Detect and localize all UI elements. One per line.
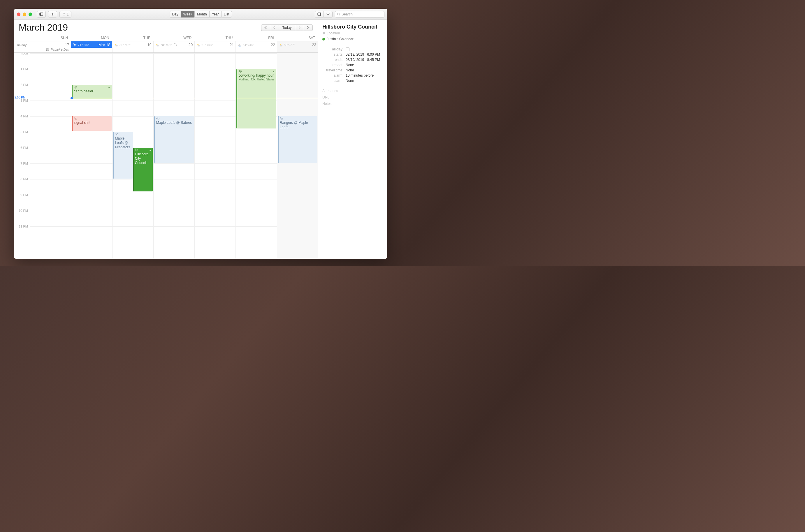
hour-label: noon: [21, 53, 28, 55]
hour-label: 8 PM: [20, 177, 28, 181]
event-hillsboro[interactable]: 6p▲ Hillsboro City Council: [133, 148, 153, 191]
event-inspector: Hillsboro City Council Location Justin's…: [318, 20, 387, 259]
view-list[interactable]: List: [221, 11, 232, 18]
hour-gutter: noon1 PM2 PM3 PM4 PM5 PM6 PM7 PM8 PM9 PM…: [14, 53, 30, 259]
inspector-title[interactable]: Hillsboro City Council: [322, 24, 383, 30]
hour-label: 2 PM: [20, 83, 28, 87]
hour-label: 9 PM: [20, 193, 28, 197]
day-col-sat[interactable]: 4p Rangers @ Maple Leafs: [277, 53, 318, 259]
week-grid[interactable]: 2:50 PM noon1 PM2 PM3 PM4 PM5 PM6 PM7 PM…: [14, 53, 318, 259]
inspector-menu-button[interactable]: [323, 11, 333, 18]
day-col-tue[interactable]: 5p Maple Leafs @ Predators 6p▲ Hillsboro…: [112, 53, 153, 259]
hour-label: 10 PM: [19, 209, 28, 212]
sidebar-icon: [39, 12, 43, 16]
calendar-header: March 2019 Today: [14, 20, 318, 33]
day-header: SAT: [277, 35, 318, 41]
calendar-color-dot: [322, 38, 325, 40]
day-header: THU: [194, 35, 236, 41]
url-field[interactable]: URL: [322, 95, 383, 99]
day-col-mon[interactable]: 2p▲ car to dealer 4p signal shift: [71, 53, 112, 259]
hour-label: 1 PM: [20, 67, 28, 71]
chevron-left-icon: [264, 26, 267, 30]
day-col-fri[interactable]: 1p▲ coworking/ happy hour Portland, OR, …: [236, 53, 277, 259]
chevron-left-small-icon: [273, 26, 276, 30]
repeat-value[interactable]: None: [346, 63, 383, 67]
calendar-main: March 2019 Today: [14, 20, 318, 259]
inspector-location[interactable]: Location: [322, 31, 383, 35]
inspector-toggle-seg: [315, 11, 333, 18]
travel-value[interactable]: None: [346, 68, 383, 72]
day-col-sun[interactable]: [30, 53, 71, 259]
calendar-window: 1 Day Week Month Year List Search: [14, 9, 387, 259]
window-controls: [17, 13, 32, 16]
today-button[interactable]: Today: [279, 24, 295, 31]
svg-point-4: [337, 13, 339, 15]
alarm-value-1[interactable]: 10 minutes before: [346, 73, 383, 77]
inspector-toggle-button[interactable]: [315, 11, 323, 18]
prev-week-button[interactable]: [261, 24, 270, 31]
view-year[interactable]: Year: [209, 11, 221, 18]
next-day-button[interactable]: [295, 24, 304, 31]
day-header: SUN: [30, 35, 71, 41]
allday-cell-sat[interactable]: 59°/37° 23: [277, 41, 318, 53]
download-icon: [62, 12, 66, 16]
event-rangers[interactable]: 4p Rangers @ Maple Leafs: [278, 116, 317, 163]
chevron-down-icon: [326, 12, 330, 16]
allday-cell-tue[interactable]: 71°/45° 19: [112, 41, 153, 53]
add-event-button[interactable]: [48, 11, 57, 18]
ends-date[interactable]: 03/19/ 2019: [346, 58, 364, 62]
downloads-button[interactable]: 1: [59, 11, 71, 18]
weather-icon: 61°/43°: [196, 43, 213, 47]
allday-row: all-day 17 St. Patrick's Day 71°/45° Mar…: [14, 41, 318, 53]
sidebar-toggle-button[interactable]: [37, 11, 46, 18]
day-col-thu[interactable]: [194, 53, 236, 259]
view-day[interactable]: Day: [169, 11, 181, 18]
search-field[interactable]: Search: [335, 11, 385, 18]
attendees-field[interactable]: Attendees: [322, 89, 383, 93]
allday-cell-thu[interactable]: 61°/43° 21: [194, 41, 236, 53]
search-icon: [337, 13, 340, 16]
day-col-wed[interactable]: 4p Maple Leafs @ Sabres: [153, 53, 194, 259]
allday-checkbox[interactable]: [346, 48, 350, 51]
day-header: WED: [153, 35, 194, 41]
weather-icon: 71°/45°: [114, 43, 131, 47]
allday-cell-sun[interactable]: 17 St. Patrick's Day: [30, 41, 71, 53]
weather-icon: 70°/46°: [155, 43, 177, 47]
event-car-to-dealer[interactable]: 2p▲ car to dealer: [72, 85, 111, 99]
bell-icon: ▲: [149, 149, 152, 152]
downloads-count: 1: [67, 12, 69, 16]
date-nav: Today: [261, 24, 313, 31]
day-headers: SUN MON TUE WED THU FRI SAT: [14, 35, 318, 41]
plus-icon: [51, 12, 55, 16]
day-header: MON: [71, 35, 112, 41]
allday-event[interactable]: St. Patrick's Day: [30, 48, 71, 52]
view-week[interactable]: Week: [181, 11, 194, 18]
event-coworking[interactable]: 1p▲ coworking/ happy hour Portland, OR, …: [236, 69, 276, 129]
event-leafs-predators[interactable]: 5p Maple Leafs @ Predators: [113, 132, 133, 178]
allday-cell-fri[interactable]: 54°/44° 22: [236, 41, 277, 53]
close-button[interactable]: [17, 13, 20, 16]
minimize-button[interactable]: [23, 13, 26, 16]
titlebar: 1 Day Week Month Year List Search: [14, 9, 387, 20]
allday-cell-mon[interactable]: 71°/45° Mar 18: [71, 41, 112, 53]
inspector-calendar[interactable]: Justin's Calendar: [322, 37, 383, 41]
alarm-value-2[interactable]: None: [346, 79, 383, 83]
day-header: TUE: [112, 35, 153, 41]
starts-date[interactable]: 03/19/ 2019: [346, 53, 364, 57]
svg-rect-3: [320, 13, 321, 16]
view-switcher: Day Week Month Year List: [169, 11, 232, 18]
allday-cell-wed[interactable]: 70°/46° 20: [153, 41, 194, 53]
moon-phase-icon: [174, 43, 177, 46]
view-month[interactable]: Month: [194, 11, 209, 18]
hour-label: 7 PM: [20, 162, 28, 165]
weather-icon: 54°/44°: [238, 43, 254, 47]
maximize-button[interactable]: [29, 13, 32, 16]
prev-day-button[interactable]: [270, 24, 279, 31]
event-leafs-sabres[interactable]: 4p Maple Leafs @ Sabres: [154, 116, 194, 163]
next-week-button[interactable]: [304, 24, 313, 31]
starts-time[interactable]: 6:00 PM: [367, 53, 380, 57]
search-placeholder: Search: [342, 12, 353, 16]
notes-field[interactable]: Notes: [322, 102, 383, 106]
ends-time[interactable]: 8:45 PM: [367, 58, 380, 62]
event-signal-shift[interactable]: 4p signal shift: [72, 116, 111, 131]
